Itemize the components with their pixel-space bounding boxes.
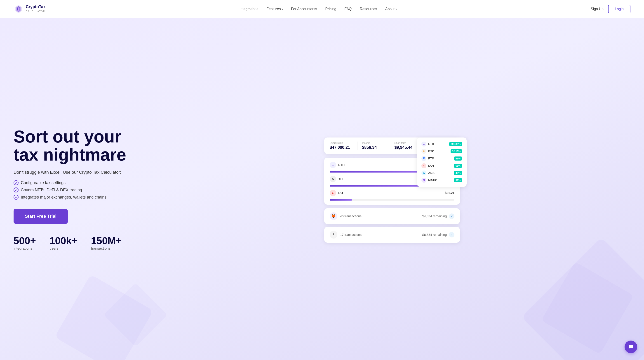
logo-icon <box>14 4 24 14</box>
float-matic-name: MATIC <box>428 178 437 182</box>
hero-right: Overall gain $47,000.21 Income $856.34 S… <box>154 133 630 245</box>
nav-integrations[interactable]: Integrations <box>240 7 258 11</box>
stat-integrations-label: integrations <box>14 246 36 251</box>
svg-point-4 <box>14 180 18 185</box>
float-ftm: F FTM 58% <box>422 156 462 161</box>
chat-bubble[interactable] <box>624 340 637 353</box>
hero-features: Configurable tax settings Covers NFTs, D… <box>14 180 154 200</box>
eth-name: ETH <box>338 163 344 167</box>
float-matic-icon: M <box>422 178 426 183</box>
dot-icon: ● <box>330 190 336 196</box>
floating-gains-card: Ξ ETH 881.88% ₿ BTC 32.16% F FTM <box>417 138 466 187</box>
float-ftm-badge: 58% <box>454 156 462 161</box>
svg-point-6 <box>14 195 18 199</box>
logo-brand-name: CryptoTax <box>26 5 46 9</box>
nav-pricing[interactable]: Pricing <box>325 7 336 11</box>
svg-rect-2 <box>17 8 18 10</box>
stats-short-value: $9,945.44 <box>394 145 418 150</box>
tx-remaining-1: $4,334 remaining <box>422 214 447 218</box>
nav-faq[interactable]: FAQ <box>344 7 352 11</box>
hero-subtitle: Don't struggle with Excel. Use our Crypt… <box>14 170 154 175</box>
hero-title: Sort out your tax nightmare <box>14 128 154 164</box>
svg-point-5 <box>14 188 18 192</box>
stats-income-label: Income <box>362 142 385 144</box>
float-dot-icon: ● <box>422 163 426 168</box>
stat-users: 100k+ users <box>50 235 78 251</box>
dot-value: $21.21 <box>445 191 454 195</box>
login-button[interactable]: Login <box>608 5 630 13</box>
tx-icon-1: 🦊 <box>330 212 337 220</box>
stat-users-number: 100k+ <box>50 235 78 246</box>
float-ada-icon: A <box>422 171 426 175</box>
stats-income-value: $856.34 <box>362 145 385 150</box>
float-ftm-name: FTM <box>428 157 434 160</box>
tx-card-2: ₿ 17 transactions $6,334 remaining ✓ <box>324 227 460 243</box>
tx-check-2: ✓ <box>449 232 454 237</box>
stat-users-label: users <box>50 246 78 251</box>
float-eth: Ξ ETH 881.88% <box>422 142 462 147</box>
bg-decoration-2 <box>104 283 168 347</box>
float-btc-name: BTC <box>428 149 434 153</box>
svg-rect-3 <box>19 8 20 10</box>
stat-integrations: 500+ integrations <box>14 235 36 251</box>
float-matic-badge: 31% <box>454 178 462 182</box>
stats-overall-gain: Overall gain $47,000.21 <box>330 142 358 150</box>
hero-left: Sort out your tax nightmare Don't strugg… <box>14 128 154 251</box>
float-ada-badge: 49% <box>454 171 462 175</box>
dot-progress <box>330 199 454 201</box>
nav-accountants[interactable]: For Accountants <box>291 7 317 11</box>
float-dot-badge: 61% <box>454 164 462 168</box>
check-icon-1 <box>14 180 18 185</box>
hero-stats: 500+ integrations 100k+ users 150M+ tran… <box>14 235 154 251</box>
signup-link[interactable]: Sign Up <box>591 7 604 11</box>
nav-links: Integrations Features For Accountants Pr… <box>240 7 397 11</box>
float-btc: ₿ BTC 32.16% <box>422 149 462 154</box>
stats-short-label: Short term <box>394 142 418 144</box>
stats-overall-value: $47,000.21 <box>330 145 353 150</box>
tx-card-1: 🦊 46 transactions $4,334 remaining ✓ <box>324 208 460 224</box>
tx-label-1: 46 transactions <box>340 214 362 218</box>
stats-overall-label: Overall gain <box>330 142 353 144</box>
float-ftm-icon: F <box>422 156 426 161</box>
nav-actions: Sign Up Login <box>591 5 630 13</box>
dashboard-mockup: Overall gain $47,000.21 Income $856.34 S… <box>324 138 460 245</box>
nav-features[interactable]: Features <box>266 7 283 11</box>
dot-name: DOT <box>338 191 345 195</box>
tx-label-2: 17 transactions <box>340 233 362 236</box>
float-dot-name: DOT <box>428 164 434 167</box>
bg-decoration-1 <box>54 274 153 360</box>
chat-icon <box>628 344 634 349</box>
float-eth-icon: Ξ <box>422 142 426 147</box>
float-matic: M MATIC 31% <box>422 178 462 183</box>
float-ada: A ADA 49% <box>422 171 462 175</box>
float-eth-badge: 881.88% <box>449 142 462 146</box>
eth-icon: Ξ <box>330 162 336 168</box>
tx-remaining-2: $6,334 remaining <box>422 233 447 236</box>
yfi-icon: $ <box>330 176 336 182</box>
nav-resources[interactable]: Resources <box>360 7 377 11</box>
logo[interactable]: CryptoTax CALCULATOR <box>14 4 46 14</box>
tx-icon-2: ₿ <box>330 231 337 239</box>
stats-income: Income $856.34 <box>362 142 390 150</box>
navbar: CryptoTax CALCULATOR Integrations Featur… <box>0 0 644 18</box>
stat-integrations-number: 500+ <box>14 235 36 246</box>
stat-transactions-number: 150M+ <box>91 235 122 246</box>
check-icon-3 <box>14 195 18 200</box>
float-eth-name: ETH <box>428 142 434 146</box>
logo-sub: CALCULATOR <box>26 10 45 13</box>
stat-transactions: 150M+ transactions <box>91 235 122 251</box>
yfi-name: YFI <box>338 177 343 181</box>
nav-about[interactable]: About <box>385 7 397 11</box>
stat-transactions-label: transactions <box>91 246 122 251</box>
hero-section: Sort out your tax nightmare Don't strugg… <box>0 18 644 360</box>
float-ada-name: ADA <box>428 171 434 175</box>
feature-2: Covers NFTs, DeFi & DEX trading <box>14 187 154 192</box>
float-dot: ● DOT 61% <box>422 163 462 168</box>
holding-dot: ● DOT $21.21 <box>330 190 454 196</box>
float-btc-badge: 32.16% <box>450 149 462 153</box>
float-btc-icon: ₿ <box>422 149 426 154</box>
feature-1: Configurable tax settings <box>14 180 154 185</box>
feature-3: Integrates major exchanges, wallets and … <box>14 195 154 200</box>
check-icon-2 <box>14 187 18 192</box>
cta-button[interactable]: Start Free Trial <box>14 209 68 224</box>
